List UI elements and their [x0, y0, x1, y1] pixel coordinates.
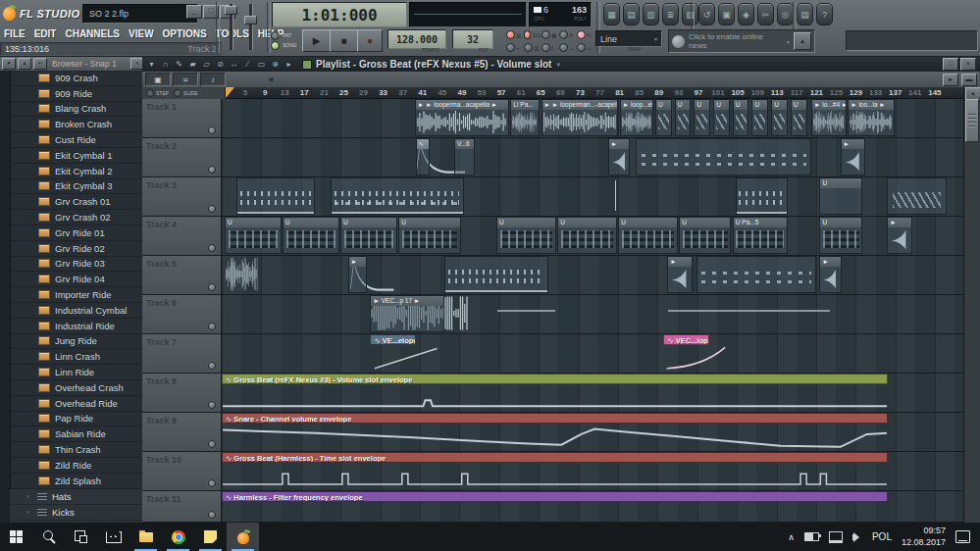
track-mute-led[interactable] [208, 479, 216, 487]
multilink-toggle[interactable]: → [559, 41, 577, 54]
pattern-clip[interactable]: U [771, 99, 788, 136]
help-button[interactable]: ? [816, 3, 833, 25]
browser-item[interactable]: 909 Crash [10, 71, 142, 86]
automation-clip[interactable]: ∿Snare - Channel volume envelope [222, 413, 888, 450]
track-mute-led[interactable] [208, 244, 216, 252]
browser-item[interactable]: Grv Ride 02 [10, 241, 142, 257]
timeline-label[interactable]: 21 [320, 88, 329, 97]
network-icon[interactable] [829, 531, 843, 543]
audio-clip[interactable]: ► ► looperman...-acapella ► [542, 99, 619, 136]
playlist-title-caret[interactable]: ▾ [556, 61, 560, 69]
loop-record-toggle[interactable]: R [559, 28, 577, 41]
timeline-label[interactable]: 117 [791, 88, 803, 97]
browser-item[interactable]: Overhead Crash [10, 380, 142, 396]
browser-item[interactable]: Cust Ride [10, 132, 142, 148]
audio-clip[interactable]: ► [887, 217, 912, 254]
track-mute-led[interactable] [208, 362, 216, 370]
pattern-picker-button[interactable]: ▣ [145, 73, 171, 86]
paint-tool-icon[interactable]: ▰ [187, 60, 198, 69]
overdub-toggle[interactable]: ↻ [577, 28, 594, 41]
pattern-clip[interactable]: U [675, 99, 692, 136]
track-lane[interactable]: ► VEC...p 17 ► [222, 295, 964, 333]
audio-clip[interactable]: ► lo...#4 ► [811, 99, 847, 136]
timeline-label[interactable]: 89 [654, 88, 663, 97]
clip-header[interactable]: U [680, 218, 730, 227]
audio-clip[interactable]: ► ► looperma...acapella ► [415, 99, 509, 136]
clip-header[interactable]: U [284, 218, 338, 227]
magnet-icon[interactable]: ∩ [160, 60, 171, 69]
clip-header[interactable]: ► [842, 139, 864, 149]
zoom-button[interactable]: ◎ [777, 3, 794, 25]
task-view-button[interactable] [65, 523, 97, 551]
snap-selector[interactable]: Line▾ [595, 30, 662, 47]
stop-button[interactable]: ■ [330, 29, 358, 52]
browser-item[interactable]: Blang Crash [10, 102, 142, 118]
automation-clip[interactable]: ∿VEC...lope [663, 334, 730, 372]
audio-clip[interactable]: ► loo...la ► [848, 99, 895, 136]
audio-clip[interactable]: ► [841, 138, 865, 175]
pattern-clip[interactable] [636, 138, 811, 175]
audio-clip[interactable]: ► [608, 138, 631, 175]
timeline-label[interactable]: 105 [731, 88, 744, 97]
timeline-label[interactable]: 13 [281, 88, 289, 97]
track-mute-led[interactable] [208, 511, 216, 519]
pattern-clip[interactable]: U [819, 217, 862, 254]
timeline-label[interactable]: 101 [711, 88, 724, 97]
playlist-titlebar[interactable]: ▾∩✎▰▱⊘↔∕▭⊕▸ Playlist - Gross Beat (reFX … [142, 57, 980, 73]
clip-header[interactable]: ► [888, 218, 911, 227]
step-sequencer-button[interactable]: ▤ [623, 3, 640, 25]
browser-folder[interactable]: ›Kicks [10, 505, 142, 521]
track-lane[interactable]: ∿VE...elope∿VEC...lope [222, 334, 964, 373]
track-header[interactable]: Track 2 [142, 138, 222, 176]
clip-header[interactable]: U [619, 218, 677, 227]
timeline-label[interactable]: 129 [850, 88, 862, 97]
browser-item[interactable]: Linn Ride [10, 365, 142, 380]
clip-header[interactable]: Li Pa... [511, 100, 539, 110]
timeline-label[interactable]: 33 [379, 88, 387, 97]
track-header[interactable]: Track 3 [142, 177, 222, 216]
pattern-clip[interactable]: U [713, 99, 730, 136]
pattern-clip[interactable]: U [340, 217, 397, 254]
pattern-clip[interactable]: U [733, 99, 749, 136]
timeline-label[interactable]: 45 [438, 88, 446, 97]
track-lane[interactable]: ∿V...6►► [222, 138, 964, 176]
browser-item[interactable]: Industrial Cymbal [10, 303, 142, 319]
master-volume-slider[interactable] [225, 6, 237, 15]
track-lane[interactable]: ∿Snare - Channel volume envelope [222, 413, 964, 451]
clip-header[interactable]: ► VEC...p 17 ► [371, 296, 443, 306]
timeline-label[interactable]: 125 [830, 88, 843, 97]
mail-button[interactable] [97, 523, 129, 551]
scrollbar-grip[interactable] [965, 99, 979, 142]
track-header[interactable]: Track 4 [142, 217, 222, 255]
playlist-minimize-button[interactable]: ▬ [961, 74, 977, 86]
browser-item[interactable]: Ekit Cymbal 3 [10, 179, 142, 195]
track-header[interactable]: Track 7 [142, 334, 222, 373]
timeline-label[interactable]: 5 [243, 88, 247, 97]
pattern-clip[interactable]: U [557, 217, 617, 254]
time-display[interactable]: 1:01:000 [272, 2, 407, 27]
playlist-button[interactable]: ▦ [603, 3, 620, 25]
language-indicator[interactable]: POL [872, 531, 892, 542]
chrome-button[interactable] [162, 523, 194, 551]
clip-header[interactable]: U [734, 100, 748, 110]
timeline-label[interactable]: 133 [869, 88, 882, 97]
timeline-label[interactable]: 53 [478, 88, 487, 97]
timeline-label[interactable]: 113 [771, 88, 784, 97]
playlist-play-button[interactable]: ▸ [943, 74, 958, 86]
clip-header[interactable]: U [226, 218, 281, 227]
clip-header[interactable]: ► [820, 257, 841, 267]
news-panel[interactable]: Click to enable online news ▾ ▲ [668, 29, 815, 53]
pattern-clip[interactable] [887, 177, 947, 215]
track-mute-led[interactable] [208, 440, 216, 448]
draw-tool-icon[interactable]: ✎ [174, 60, 184, 69]
menu-arrow-icon[interactable]: ▾ [146, 60, 157, 69]
track-lane[interactable]: UUUUUUUUU Pa...5U► [222, 217, 964, 255]
audio-clip[interactable]: ► [819, 256, 842, 293]
piano-roll-button[interactable]: ▥ [643, 3, 659, 25]
track-header[interactable]: Track 10 [142, 452, 222, 490]
audio-clip[interactable]: ► [348, 256, 368, 293]
browser-item[interactable]: Industrial Ride [10, 319, 142, 334]
step-toggle[interactable]: STEP [146, 89, 169, 97]
clip-header[interactable]: ► loop...ella [621, 100, 652, 110]
clip-header[interactable]: U [676, 100, 691, 110]
